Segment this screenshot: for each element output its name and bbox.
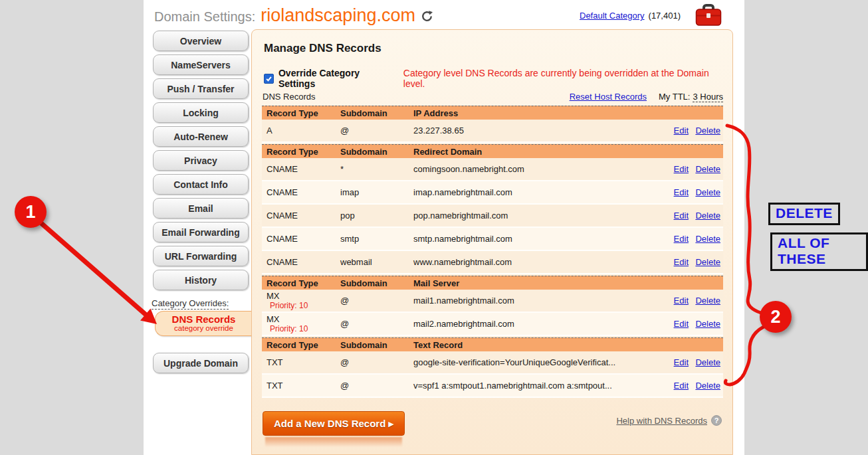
subdomain-cell: * xyxy=(340,164,413,174)
sidebar-item-email-forwarding[interactable]: Email Forwarding xyxy=(153,222,249,242)
record-type-value: CNAME xyxy=(267,257,298,267)
sidebar-item-label: NameServers xyxy=(171,60,231,70)
sidebar-item-label: Email Forwarding xyxy=(162,227,239,238)
override-warning-text: Category level DNS Records are currently… xyxy=(403,68,732,89)
record-value-cell: v=spf1 a:smtpout1.namebrightmail.com a:s… xyxy=(413,381,666,391)
column-header-record-type: Record Type xyxy=(267,278,340,288)
subdomain-cell: @ xyxy=(340,381,413,391)
sidebar-item-contact-info[interactable]: Contact Info xyxy=(153,174,249,195)
record-type-cell: MX Priority: 10 xyxy=(267,314,340,333)
dns-record-row: CNAME imap imap.namebrightmail.com Edit … xyxy=(262,181,723,205)
sidebar-item-nameservers[interactable]: NameServers xyxy=(153,54,249,75)
subdomain-cell: pop xyxy=(340,211,413,221)
record-type-cell: MX Priority: 10 xyxy=(267,291,340,310)
sidebar-item-email[interactable]: Email xyxy=(153,198,249,219)
dns-record-row: TXT @ v=spf1 a:smtpout1.namebrightmail.c… xyxy=(262,375,723,398)
dns-record-row: TXT @ google-site-verification=YourUniqu… xyxy=(262,351,723,375)
add-dns-record-label: Add a New DNS Record ▸ xyxy=(274,418,393,430)
edit-link[interactable]: Edit xyxy=(674,234,689,244)
step-1-badge: 1 xyxy=(15,196,47,228)
edit-link[interactable]: Edit xyxy=(674,211,689,221)
sidebar-item-privacy[interactable]: Privacy xyxy=(153,150,249,171)
ttl-value-link[interactable]: 3 Hours xyxy=(693,92,723,102)
record-type-cell: TXT xyxy=(267,357,340,367)
record-type-cell: TXT xyxy=(267,381,340,391)
sidebar-item-locking[interactable]: Locking xyxy=(153,102,249,123)
delete-link[interactable]: Delete xyxy=(695,234,720,244)
record-value-cell: www.namebrightmail.com xyxy=(413,257,666,267)
column-header-value: Redirect Domain xyxy=(413,147,666,157)
delete-link[interactable]: Delete xyxy=(695,187,720,197)
dns-record-row: CNAME smtp smtp.namebrightmail.com Edit … xyxy=(262,228,723,251)
delete-callout: DELETE xyxy=(768,203,840,225)
refresh-icon[interactable] xyxy=(421,10,433,25)
dns-tab-label: DNS Records xyxy=(172,314,236,324)
sidebar-item-url-forwarding[interactable]: URL Forwarding xyxy=(153,246,249,266)
sidebar-item-overview[interactable]: Overview xyxy=(153,31,249,51)
sidebar-item-label: Auto-Renew xyxy=(173,132,228,142)
help-question-icon[interactable]: ? xyxy=(711,415,722,426)
delete-link[interactable]: Delete xyxy=(695,357,720,367)
record-type-value: TXT xyxy=(267,381,283,391)
subdomain-cell: smtp xyxy=(340,234,413,244)
dns-section-rows: CNAME * comingsoon.namebright.com Edit D… xyxy=(262,158,723,274)
help-dns-records-link[interactable]: Help with DNS Records xyxy=(616,416,707,426)
record-type-cell: CNAME xyxy=(267,187,340,197)
override-row: Override Category Settings Category leve… xyxy=(264,68,732,89)
record-value-cell: comingsoon.namebright.com xyxy=(413,164,666,174)
delete-link[interactable]: Delete xyxy=(695,319,720,329)
delete-link[interactable]: Delete xyxy=(695,164,720,174)
my-ttl-label: My TTL: xyxy=(659,92,690,102)
record-type-cell: CNAME xyxy=(267,211,340,221)
record-value-cell: 23.227.38.65 xyxy=(413,126,666,136)
page-header: Domain Settings: riolandscaping.com xyxy=(154,5,433,26)
domain-settings-label: Domain Settings: xyxy=(154,9,255,25)
edit-link[interactable]: Edit xyxy=(674,126,689,136)
subdomain-cell: @ xyxy=(340,126,413,136)
category-overrides-label[interactable]: Category Overrides: xyxy=(152,298,229,310)
reset-host-records-link[interactable]: Reset Host Records xyxy=(570,92,647,102)
edit-link[interactable]: Edit xyxy=(674,319,689,329)
delete-link[interactable]: Delete xyxy=(695,126,720,136)
column-header-record-type: Record Type xyxy=(267,108,340,118)
record-type-value: CNAME xyxy=(267,234,298,244)
manage-dns-panel: Manage DNS Records Override Category Set… xyxy=(251,29,733,455)
column-header-value: Mail Server xyxy=(413,278,666,288)
sidebar-item-label: History xyxy=(185,275,217,286)
delete-link[interactable]: Delete xyxy=(695,296,720,306)
override-category-checkbox[interactable] xyxy=(264,74,274,84)
edit-link[interactable]: Edit xyxy=(674,381,689,391)
dns-record-row: MX Priority: 10 @ mail1.namebrightmail.c… xyxy=(262,290,723,313)
record-priority: Priority: 10 xyxy=(267,324,340,333)
edit-link[interactable]: Edit xyxy=(674,164,689,174)
record-value-cell: smtp.namebrightmail.com xyxy=(413,234,666,244)
edit-link[interactable]: Edit xyxy=(674,187,689,197)
sidebar-item-label: Email xyxy=(188,203,213,214)
delete-link[interactable]: Delete xyxy=(695,257,720,267)
sidebar-item-dns-records[interactable]: DNS Records category override xyxy=(155,311,252,336)
record-type-value: TXT xyxy=(267,357,283,367)
dns-section-header: Record Type Subdomain Mail Server xyxy=(262,276,723,290)
toolbox-icon[interactable] xyxy=(695,3,722,29)
add-dns-record-button[interactable]: Add a New DNS Record ▸ xyxy=(263,411,405,436)
subdomain-cell: @ xyxy=(340,296,413,306)
sidebar-item-push-transfer[interactable]: Push / Transfer xyxy=(153,78,249,99)
delete-link[interactable]: Delete xyxy=(695,211,720,221)
upgrade-domain-label: Upgrade Domain xyxy=(163,358,238,369)
sidebar-item-auto-renew[interactable]: Auto-Renew xyxy=(153,126,249,147)
sidebar-nav: Overview NameServers Push / Transfer Loc… xyxy=(153,31,249,294)
subdomain-cell: imap xyxy=(340,187,413,197)
dns-section-header: Record Type Subdomain IP Address xyxy=(262,106,723,120)
default-category-link[interactable]: Default Category xyxy=(580,11,645,21)
edit-link[interactable]: Edit xyxy=(674,257,689,267)
sidebar-item-history[interactable]: History xyxy=(153,270,249,290)
record-value-cell: pop.namebrightmail.com xyxy=(413,211,666,221)
edit-link[interactable]: Edit xyxy=(674,296,689,306)
edit-link[interactable]: Edit xyxy=(674,357,689,367)
dns-section-rows: A @ 23.227.38.65 Edit Delete xyxy=(262,120,723,143)
record-type-value: MX xyxy=(267,291,280,301)
dns-section-rows: MX Priority: 10 @ mail1.namebrightmail.c… xyxy=(262,290,723,336)
delete-link[interactable]: Delete xyxy=(695,381,720,391)
sidebar-item-upgrade-domain[interactable]: Upgrade Domain xyxy=(153,353,249,373)
dns-section-header: Record Type Subdomain Redirect Domain xyxy=(262,144,723,158)
